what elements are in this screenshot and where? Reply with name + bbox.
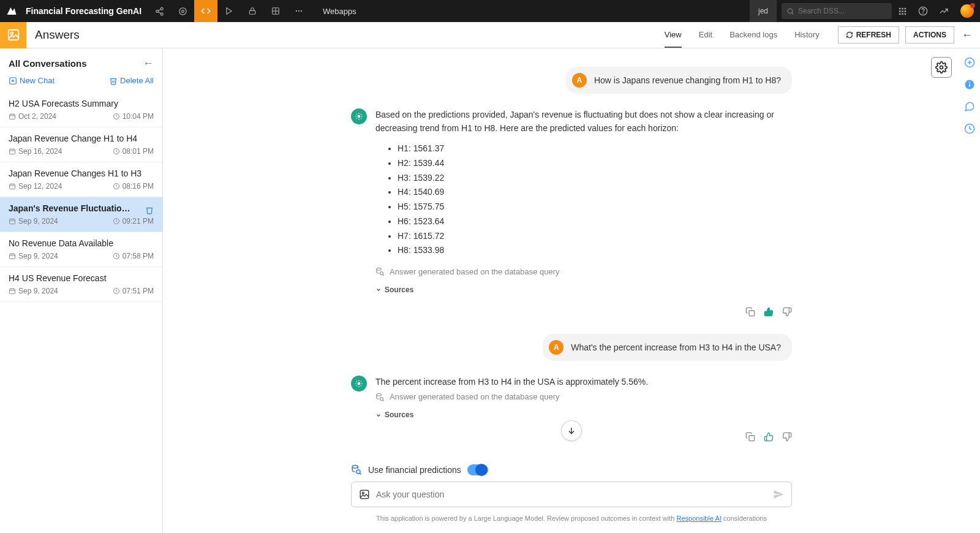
conv-date: Sep 9, 2024 bbox=[9, 252, 58, 260]
conv-title: Japan Revenue Changes H1 to H3 bbox=[9, 168, 141, 178]
footer-text: This application is powered by a Large L… bbox=[351, 515, 792, 522]
svg-point-2 bbox=[160, 13, 163, 15]
app-logo[interactable] bbox=[0, 6, 23, 17]
thumbs-down-icon[interactable] bbox=[782, 432, 792, 442]
chat-rail-icon[interactable] bbox=[964, 101, 975, 112]
generated-by: Answer generated based on the database q… bbox=[375, 266, 792, 278]
conv-time: 09:21 PM bbox=[113, 217, 154, 225]
sources-toggle[interactable]: Sources bbox=[375, 284, 792, 296]
conversation-item[interactable]: Japan Revenue Change H1 to H4Sep 16, 202… bbox=[0, 127, 162, 162]
responsible-ai-link[interactable]: Responsible AI bbox=[677, 515, 722, 522]
history-rail-icon[interactable] bbox=[964, 123, 975, 134]
back-arrow[interactable]: ← bbox=[954, 29, 980, 42]
top-bar: Financial Forecasting GenAI Webapps jed bbox=[0, 0, 980, 22]
user-label[interactable]: jed bbox=[750, 0, 777, 22]
conv-title: Japan Revenue Change H1 to H4 bbox=[9, 134, 137, 143]
more-icon[interactable] bbox=[287, 0, 311, 22]
refresh-button[interactable]: REFRESH bbox=[838, 26, 899, 43]
delete-conv-icon[interactable] bbox=[145, 206, 154, 214]
conv-title: Japan's Revenue Fluctuations H… bbox=[9, 203, 131, 213]
conversation-item[interactable]: Japan Revenue Changes H1 to H3Sep 12, 20… bbox=[0, 162, 162, 197]
user-message-text: What's the percent increase from H3 to H… bbox=[571, 342, 781, 352]
thumbs-up-icon[interactable] bbox=[764, 307, 774, 317]
breadcrumb[interactable]: Webapps bbox=[323, 7, 356, 16]
svg-rect-53 bbox=[10, 254, 15, 259]
svg-point-6 bbox=[181, 10, 184, 12]
sources-toggle[interactable]: Sources bbox=[375, 409, 792, 421]
svg-rect-68 bbox=[969, 84, 970, 87]
predictions-toggle[interactable] bbox=[467, 464, 488, 475]
thumbs-down-icon[interactable] bbox=[782, 307, 792, 317]
svg-line-3 bbox=[158, 9, 160, 11]
search-input[interactable] bbox=[798, 7, 878, 15]
svg-point-1 bbox=[156, 10, 158, 12]
tab-backend-logs[interactable]: Backend logs bbox=[729, 23, 777, 48]
trend-icon[interactable] bbox=[933, 6, 954, 16]
user-avatar-small: A bbox=[572, 73, 587, 88]
copy-icon[interactable] bbox=[745, 432, 755, 442]
conversation-item[interactable]: H2 USA Forecasts SummaryOct 2, 202410:04… bbox=[0, 93, 162, 127]
conv-time: 08:01 PM bbox=[113, 147, 154, 156]
svg-point-5 bbox=[179, 7, 186, 14]
sidebar-title: All Conversations bbox=[9, 58, 87, 69]
conversation-item[interactable]: H4 US Revenue ForecastSep 9, 202407:51 P… bbox=[0, 267, 162, 302]
thumbs-up-icon[interactable] bbox=[764, 432, 774, 442]
info-icon[interactable] bbox=[964, 79, 975, 90]
tab-history[interactable]: History bbox=[794, 23, 819, 48]
user-avatar[interactable] bbox=[960, 4, 974, 18]
settings-button[interactable] bbox=[931, 57, 952, 78]
flow-icon[interactable] bbox=[171, 0, 194, 22]
svg-point-27 bbox=[923, 13, 924, 13]
answers-logo[interactable] bbox=[0, 22, 26, 48]
svg-point-71 bbox=[358, 115, 361, 118]
svg-point-83 bbox=[356, 470, 360, 474]
tabs: View Edit Backend logs History bbox=[665, 23, 820, 48]
svg-point-14 bbox=[301, 10, 302, 12]
svg-rect-80 bbox=[749, 436, 755, 441]
scroll-down-button[interactable] bbox=[561, 420, 582, 441]
user-message-text: How is Japans revenue changing from H1 t… bbox=[594, 75, 781, 85]
message-actions bbox=[351, 307, 792, 317]
bot-message: Based on the predictions provided, Japan… bbox=[351, 108, 792, 301]
conversation-item[interactable]: No Revenue Data AvailableSep 9, 202407:5… bbox=[0, 232, 162, 267]
conv-date: Sep 12, 2024 bbox=[9, 182, 62, 191]
conversation-item[interactable]: Japan's Revenue Fluctuations H…Sep 9, 20… bbox=[0, 197, 162, 232]
svg-rect-25 bbox=[904, 13, 906, 15]
delete-all-button[interactable]: Delete All bbox=[109, 76, 154, 85]
actions-button[interactable]: ACTIONS bbox=[905, 26, 954, 43]
send-icon[interactable] bbox=[773, 489, 784, 500]
bot-message: The percent increase from H3 to H4 in th… bbox=[351, 376, 792, 426]
toggle-label: Use financial predictions bbox=[368, 465, 461, 475]
collapse-arrow-icon[interactable]: ← bbox=[143, 57, 154, 70]
right-rail bbox=[964, 57, 975, 134]
svg-rect-20 bbox=[899, 10, 900, 12]
play-icon[interactable] bbox=[217, 0, 241, 22]
new-chat-button[interactable]: New Chat bbox=[9, 76, 55, 85]
sidebar: All Conversations ← New Chat Delete All … bbox=[0, 48, 163, 533]
image-icon[interactable] bbox=[359, 489, 370, 500]
svg-rect-22 bbox=[904, 10, 906, 12]
svg-point-63 bbox=[940, 66, 943, 69]
bot-text: The percent increase from H3 to H4 in th… bbox=[375, 376, 792, 389]
tab-view[interactable]: View bbox=[665, 23, 682, 48]
grid-icon[interactable] bbox=[264, 0, 287, 22]
apps-icon[interactable] bbox=[892, 7, 913, 16]
question-input-box[interactable] bbox=[351, 482, 792, 507]
svg-rect-24 bbox=[902, 13, 903, 15]
lock-icon[interactable] bbox=[241, 0, 264, 22]
svg-line-4 bbox=[158, 12, 160, 13]
conv-title: H2 USA Forecasts Summary bbox=[9, 99, 118, 108]
copy-icon[interactable] bbox=[745, 307, 755, 317]
conv-time: 08:16 PM bbox=[113, 182, 154, 191]
share-icon[interactable] bbox=[148, 0, 171, 22]
svg-rect-75 bbox=[749, 311, 755, 316]
question-input[interactable] bbox=[376, 490, 767, 499]
project-title[interactable]: Financial Forecasting GenAI bbox=[23, 6, 148, 16]
svg-rect-18 bbox=[902, 7, 903, 9]
search-box[interactable] bbox=[782, 3, 892, 19]
svg-rect-38 bbox=[10, 149, 15, 154]
tab-edit[interactable]: Edit bbox=[699, 23, 712, 48]
help-icon[interactable] bbox=[913, 6, 933, 16]
code-icon[interactable] bbox=[194, 0, 217, 22]
add-icon[interactable] bbox=[964, 57, 975, 68]
